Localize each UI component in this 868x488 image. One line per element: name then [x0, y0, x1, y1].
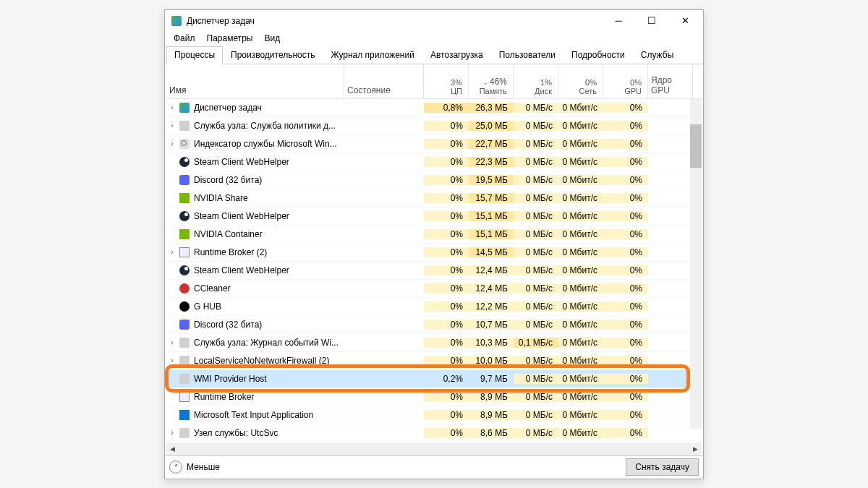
vertical-scrollbar[interactable]: [690, 99, 702, 429]
horizontal-scrollbar[interactable]: ◀ ▶: [166, 443, 702, 455]
cell-memory: 14,5 МБ: [469, 247, 514, 257]
scroll-left-button[interactable]: ◀: [166, 443, 179, 455]
process-row[interactable]: NVIDIA Share0%15,7 МБ0 МБ/с0 Мбит/с0%: [166, 189, 702, 207]
process-name: Discord (32 бита): [194, 320, 344, 330]
expand-toggle[interactable]: ›: [166, 248, 178, 256]
cell-cpu: 0%: [424, 356, 469, 366]
tab-2[interactable]: Журнал приложений: [323, 46, 422, 64]
col-spacer: [693, 64, 702, 98]
cell-memory: 12,4 МБ: [469, 283, 514, 294]
process-row[interactable]: ›Служба узла: Служба политики д...0%25,0…: [166, 117, 702, 135]
process-name: Runtime Broker (2): [194, 247, 344, 257]
end-task-button[interactable]: Снять задачу: [626, 458, 699, 476]
process-row[interactable]: Runtime Broker0%8,9 МБ0 МБ/с0 Мбит/с0%: [166, 388, 702, 406]
cell-cpu: 0,8%: [424, 103, 469, 113]
sort-indicator-icon: ⌄: [483, 80, 488, 86]
process-row[interactable]: Steam Client WebHelper0%12,4 МБ0 МБ/с0 М…: [166, 262, 702, 280]
cell-disk: 0 МБ/с: [514, 428, 558, 438]
cell-gpu: 0%: [603, 121, 648, 131]
expand-toggle[interactable]: ›: [166, 338, 178, 346]
menu-file[interactable]: Файл: [168, 32, 201, 46]
col-cpu[interactable]: 3%ЦП: [424, 64, 469, 98]
scroll-right-button[interactable]: ▶: [689, 443, 702, 455]
hscroll-track[interactable]: [179, 443, 689, 455]
cell-gpu: 0%: [603, 410, 648, 420]
process-row[interactable]: NVIDIA Container0%15,1 МБ0 МБ/с0 Мбит/с0…: [166, 226, 702, 244]
process-row[interactable]: G HUB0%12,2 МБ0 МБ/с0 Мбит/с0%: [166, 298, 702, 316]
process-icon: [178, 228, 191, 240]
process-row[interactable]: Discord (32 бита)0%19,5 МБ0 МБ/с0 Мбит/с…: [166, 171, 702, 189]
process-name: Steam Client WebHelper: [194, 211, 344, 221]
expand-toggle[interactable]: ›: [166, 356, 178, 364]
col-disk[interactable]: 1%Диск: [514, 64, 558, 98]
cell-network: 0 Мбит/с: [558, 265, 603, 275]
cell-gpu: 0%: [603, 374, 648, 384]
fewer-details-button[interactable]: ˄ Меньше: [169, 461, 220, 474]
expand-toggle[interactable]: ›: [166, 121, 178, 129]
process-name: Служба узла: Служба политики д...: [194, 121, 344, 131]
process-row[interactable]: ›Узел службы: UtcSvc0%8,6 МБ0 МБ/с0 Мбит…: [166, 424, 702, 442]
titlebar[interactable]: Диспетчер задач ─ ☐ ✕: [165, 10, 703, 32]
tab-1[interactable]: Производительность: [223, 46, 323, 64]
cell-gpu: 0%: [603, 283, 648, 294]
maximize-button[interactable]: ☐: [635, 10, 668, 32]
process-icon: [178, 355, 191, 367]
tab-3[interactable]: Автозагрузка: [422, 46, 491, 64]
tab-0[interactable]: Процессы: [166, 46, 223, 64]
cell-gpu: 0%: [603, 320, 648, 330]
scrollbar-thumb[interactable]: [690, 124, 702, 168]
cell-gpu: 0%: [603, 392, 648, 402]
menu-view[interactable]: Вид: [258, 32, 286, 46]
cell-gpu: 0%: [603, 193, 648, 203]
process-row[interactable]: WMI Provider Host0,2%9,7 МБ0 МБ/с0 Мбит/…: [166, 370, 702, 388]
cell-cpu: 0%: [424, 211, 469, 221]
expand-toggle[interactable]: ›: [166, 429, 178, 437]
cell-disk: 0 МБ/с: [514, 157, 558, 167]
col-state[interactable]: Состояние: [344, 64, 424, 98]
cell-gpu: 0%: [603, 157, 648, 167]
process-name: Microsoft Text Input Application: [194, 410, 344, 420]
col-memory[interactable]: ⌄46% Память: [469, 64, 514, 98]
cell-disk: 0 МБ/с: [514, 193, 558, 203]
cell-cpu: 0%: [424, 301, 469, 312]
tab-6[interactable]: Службы: [633, 46, 681, 64]
tab-5[interactable]: Подробности: [563, 46, 633, 64]
cell-memory: 19,5 МБ: [469, 175, 514, 185]
cell-disk: 0 МБ/с: [514, 265, 558, 275]
process-row[interactable]: Steam Client WebHelper0%22,3 МБ0 МБ/с0 М…: [166, 153, 702, 171]
process-name: Discord (32 бита): [194, 175, 344, 185]
process-row[interactable]: ›Индексатор службы Microsoft Win...0%22,…: [166, 135, 702, 153]
process-row[interactable]: ›LocalServiceNoNetworkFirewall (2)0%10,0…: [166, 352, 702, 370]
cell-memory: 22,7 МБ: [469, 139, 514, 149]
process-row[interactable]: ›Служба узла: Журнал событий Wi...0%10,3…: [166, 334, 702, 352]
minimize-button[interactable]: ─: [602, 10, 635, 32]
process-name: G HUB: [194, 301, 344, 312]
cell-cpu: 0%: [424, 247, 469, 257]
cell-memory: 8,9 МБ: [469, 410, 514, 420]
process-row[interactable]: ›Диспетчер задач0,8%26,3 МБ0 МБ/с0 Мбит/…: [166, 99, 702, 117]
menu-options[interactable]: Параметры: [201, 32, 259, 46]
process-icon: [178, 138, 191, 150]
col-gpu-engine[interactable]: Ядро GPU: [648, 64, 693, 98]
col-gpu[interactable]: 0%GPU: [603, 64, 648, 98]
expand-toggle[interactable]: ›: [166, 103, 178, 111]
process-row[interactable]: Steam Client WebHelper0%15,1 МБ0 МБ/с0 М…: [166, 207, 702, 226]
cell-network: 0 Мбит/с: [558, 139, 603, 149]
process-name: Диспетчер задач: [194, 103, 344, 113]
process-name: Runtime Broker: [194, 392, 344, 402]
expand-toggle[interactable]: ›: [166, 140, 178, 147]
cell-gpu: 0%: [603, 301, 648, 312]
close-button[interactable]: ✕: [668, 10, 702, 32]
cell-network: 0 Мбит/с: [558, 356, 603, 366]
cell-network: 0 Мбит/с: [558, 247, 603, 257]
process-row[interactable]: Microsoft Text Input Application0%8,9 МБ…: [166, 406, 702, 424]
process-name: Узел службы: UtcSvc: [194, 428, 344, 438]
process-row[interactable]: Discord (32 бита)0%10,7 МБ0 МБ/с0 Мбит/с…: [166, 316, 702, 334]
process-row[interactable]: CCleaner0%12,4 МБ0 МБ/с0 Мбит/с0%: [166, 280, 702, 298]
col-network[interactable]: 0%Сеть: [558, 64, 603, 98]
tab-4[interactable]: Пользователи: [491, 46, 563, 64]
process-row[interactable]: ›Runtime Broker (2)0%14,5 МБ0 МБ/с0 Мбит…: [166, 244, 702, 262]
col-name[interactable]: Имя: [166, 64, 344, 98]
cell-gpu: 0%: [603, 211, 648, 221]
cell-memory: 8,9 МБ: [469, 392, 514, 402]
